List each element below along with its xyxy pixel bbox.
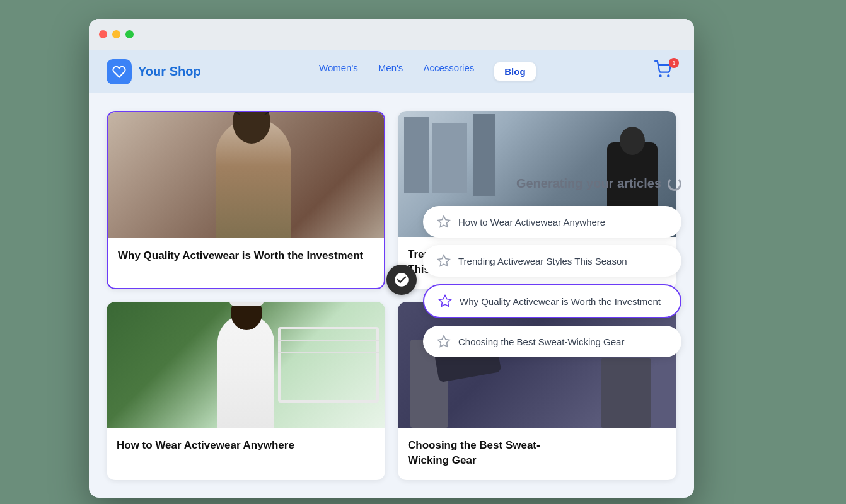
- cart-badge: 1: [669, 58, 679, 68]
- card-body-3: How to Wear Activewear Anywhere: [107, 428, 385, 463]
- main-content: Why Quality Activewear is Worth the Inve…: [89, 93, 694, 498]
- nav-womens[interactable]: Women's: [319, 62, 358, 81]
- svg-point-1: [668, 75, 669, 76]
- card-title-1: Why Quality Activewear is Worth the Inve…: [118, 248, 374, 263]
- nav-accessories[interactable]: Accessories: [423, 62, 474, 81]
- card-body-4: Choosing the Best Sweat-Wicking Gear: [398, 428, 676, 478]
- navbar: Your Shop Women's Men's Accessories Blog…: [89, 50, 694, 93]
- article-card-3[interactable]: How to Wear Activewear Anywhere: [107, 302, 385, 480]
- card-image-4: [398, 302, 676, 428]
- card-image-1: [108, 112, 384, 238]
- card-title-3: How to Wear Activewear Anywhere: [117, 438, 375, 453]
- nav-mens[interactable]: Men's: [378, 62, 403, 81]
- card-body-1: Why Quality Activewear is Worth the Inve…: [108, 238, 384, 273]
- nav-links: Women's Men's Accessories Blog: [226, 62, 629, 81]
- card-body-2: Trending Activewear StylesThis Season: [398, 237, 676, 287]
- card-image-2: [398, 111, 676, 237]
- card-image-3: [107, 302, 385, 428]
- minimize-button[interactable]: [112, 30, 120, 38]
- close-button[interactable]: [99, 30, 107, 38]
- svg-point-0: [659, 75, 661, 76]
- nav-blog[interactable]: Blog: [494, 62, 535, 81]
- brand[interactable]: Your Shop: [107, 59, 201, 84]
- cart-container: 1: [654, 60, 676, 83]
- cart-icon[interactable]: 1: [654, 60, 676, 83]
- article-card-2[interactable]: Trending Activewear StylesThis Season: [398, 111, 676, 289]
- card-title-4: Choosing the Best Sweat-Wicking Gear: [408, 438, 666, 468]
- browser-chrome: [89, 19, 694, 50]
- maximize-button[interactable]: [125, 30, 134, 38]
- card-title-2: Trending Activewear StylesThis Season: [408, 247, 666, 277]
- avatar-bubble: [386, 265, 417, 295]
- brand-logo-icon: [107, 59, 132, 84]
- browser-window: Your Shop Women's Men's Accessories Blog…: [89, 19, 694, 498]
- article-card-4[interactable]: Choosing the Best Sweat-Wicking Gear: [398, 302, 676, 480]
- article-card-1[interactable]: Why Quality Activewear is Worth the Inve…: [107, 111, 385, 289]
- brand-name: Your Shop: [138, 64, 201, 79]
